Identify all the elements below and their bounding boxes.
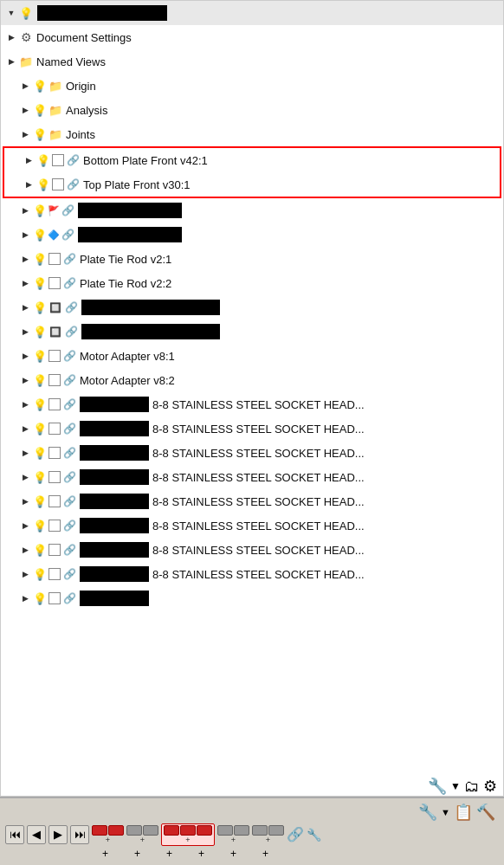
tree-row-socket-8[interactable]: 8-8 STAINLESS STEEL SOCKET HEAD... <box>1 562 503 586</box>
component-select-icon[interactable]: 🔧 <box>418 803 437 822</box>
tab-group-5[interactable]: + <box>252 825 284 844</box>
link-toolbar-icon[interactable]: 🔗 <box>287 826 304 842</box>
tree-row-last[interactable] <box>1 586 503 610</box>
expand-arrow[interactable] <box>18 591 32 605</box>
tab-rect-red[interactable] <box>197 825 212 836</box>
expand-arrow[interactable] <box>18 103 32 117</box>
tree-row-socket-7[interactable]: 8-8 STAINLESS STEEL SOCKET HEAD... <box>1 538 503 562</box>
expand-arrow[interactable] <box>22 178 36 191</box>
link-icon <box>63 324 79 339</box>
expand-arrow[interactable] <box>18 543 32 557</box>
expand-arrow[interactable] <box>18 325 32 339</box>
tree-row-item-3[interactable] <box>1 198 503 223</box>
expand-arrow[interactable] <box>18 127 32 141</box>
expand-arrow[interactable] <box>4 30 18 44</box>
nav-next-next-button[interactable]: ⏭ <box>70 825 89 844</box>
dropdown-icon[interactable]: ▼ <box>441 807 450 817</box>
expand-arrow[interactable] <box>18 300 32 314</box>
plus-5[interactable]: + <box>230 848 236 860</box>
tab-rect-gray[interactable] <box>217 825 233 836</box>
expand-arrow[interactable] <box>18 446 32 460</box>
tree-row-origin[interactable]: Origin <box>1 74 503 98</box>
tree-row-socket-5[interactable]: 8-8 STAINLESS STEEL SOCKET HEAD... <box>1 489 503 513</box>
tab-group-3[interactable]: + <box>161 823 215 846</box>
expand-arrow[interactable] <box>4 6 18 20</box>
file-icon[interactable]: 📋 <box>454 803 473 822</box>
shape-icon <box>48 229 60 241</box>
expand-arrow[interactable] <box>18 397 32 411</box>
expand-arrow[interactable] <box>4 55 18 68</box>
settings-icon[interactable]: ⚙ <box>483 777 497 796</box>
tree-row-socket-3[interactable]: 8-8 STAINLESS STEEL SOCKET HEAD... <box>1 441 503 465</box>
link-icon <box>61 494 77 509</box>
nav-prev-button[interactable]: ◀ <box>27 825 46 844</box>
row-label: Motor Adapter v8:1 <box>80 350 175 363</box>
plus-1[interactable]: + <box>102 848 108 860</box>
plus-6[interactable]: + <box>262 848 268 860</box>
expand-arrow[interactable] <box>18 470 32 484</box>
plus-2[interactable]: + <box>134 848 140 860</box>
name-block <box>78 203 182 218</box>
expand-arrow[interactable] <box>18 349 32 363</box>
expand-arrow[interactable] <box>18 422 32 436</box>
tree-row-motor-adapter-1[interactable]: Motor Adapter v8:1 <box>1 344 503 368</box>
bulb-icon <box>32 397 48 412</box>
link-icon <box>61 275 77 291</box>
bulb-icon <box>32 324 48 339</box>
tree-row[interactable] <box>1 1 503 25</box>
expand-arrow[interactable] <box>18 519 32 533</box>
expand-arrow[interactable] <box>18 228 32 242</box>
view-icon[interactable]: 🗂 <box>464 778 480 796</box>
tree-row-socket-1[interactable]: 8-8 STAINLESS STEEL SOCKET HEAD... <box>1 392 503 416</box>
tab-group-1[interactable]: + <box>92 825 124 844</box>
tree-row-bottom-plate[interactable]: Bottom Plate Front v42:1 <box>4 148 500 172</box>
tab-rect-red[interactable] <box>180 825 196 836</box>
tab-rect-gray[interactable] <box>252 825 268 836</box>
dropdown-arrow-icon[interactable]: ▼ <box>450 780 461 792</box>
tab-rect-red[interactable] <box>164 825 179 836</box>
tab-plus-icon: + <box>106 836 110 844</box>
expand-arrow[interactable] <box>18 373 32 387</box>
tree-row-socket-2[interactable]: 8-8 STAINLESS STEEL SOCKET HEAD... <box>1 416 503 441</box>
component-icon[interactable]: 🔧 <box>428 777 447 796</box>
tree-row-socket-6[interactable]: 8-8 STAINLESS STEEL SOCKET HEAD... <box>1 513 503 538</box>
nav-prev-prev-button[interactable]: ⏮ <box>5 825 24 844</box>
tab-group-4[interactable]: + <box>217 825 249 844</box>
tab-rect-red[interactable] <box>108 825 124 836</box>
tools-icon[interactable]: 🔨 <box>476 803 495 822</box>
tree-row-socket-4[interactable]: 8-8 STAINLESS STEEL SOCKET HEAD... <box>1 465 503 489</box>
tab-group-2[interactable]: + <box>126 825 158 844</box>
expand-arrow[interactable] <box>18 252 32 266</box>
name-block <box>80 445 149 461</box>
row-label: Named Views <box>36 55 106 68</box>
tab-rect-gray[interactable] <box>126 825 142 836</box>
expand-arrow[interactable] <box>18 203 32 217</box>
toolbar-plus-row: + + + + + + <box>5 847 499 862</box>
tree-row-document-settings[interactable]: Document Settings <box>1 25 503 49</box>
tab-rect-red[interactable] <box>92 825 107 836</box>
tree-row-motor-adapter-2[interactable]: Motor Adapter v8:2 <box>1 368 503 392</box>
tab-rect-gray[interactable] <box>268 825 284 836</box>
tree-row-analysis[interactable]: Analysis <box>1 98 503 122</box>
expand-arrow[interactable] <box>22 153 36 167</box>
expand-arrow[interactable] <box>18 276 32 290</box>
plus-4[interactable]: + <box>198 848 204 860</box>
tab-rect-gray[interactable] <box>143 825 158 836</box>
tree-row-top-plate[interactable]: Top Plate Front v30:1 <box>4 172 500 197</box>
nav-next-button[interactable]: ▶ <box>48 825 68 844</box>
bulb-icon <box>32 300 48 315</box>
tab-rect-gray[interactable] <box>234 825 249 836</box>
plus-3[interactable]: + <box>166 848 172 860</box>
tree-row-plate-tie-2[interactable]: Plate Tie Rod v2:2 <box>1 271 503 295</box>
tree-row-named-views[interactable]: Named Views <box>1 49 503 74</box>
row-label: Origin <box>66 80 96 93</box>
expand-arrow[interactable] <box>18 567 32 581</box>
expand-arrow[interactable] <box>18 79 32 93</box>
tree-row-item-4[interactable] <box>1 223 503 247</box>
tree-row-plate-tie-1[interactable]: Plate Tie Rod v2:1 <box>1 247 503 271</box>
tree-row-joints[interactable]: Joints <box>1 122 503 146</box>
expand-arrow[interactable] <box>18 494 32 508</box>
tree-row-item-6[interactable]: 🔲 <box>1 320 503 344</box>
tree-row-item-5[interactable]: 🔲 <box>1 295 503 320</box>
wrench-toolbar-icon[interactable]: 🔧 <box>307 828 321 842</box>
